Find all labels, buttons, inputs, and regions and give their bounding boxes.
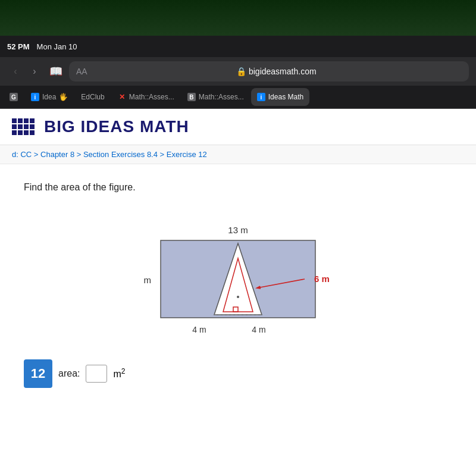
lock-icon: 🔒 [236, 67, 249, 76]
tab-g[interactable]: G [4, 88, 24, 106]
tab-edclub-label: EdClub [81, 93, 104, 101]
status-date: Mon Jan 10 [37, 42, 77, 51]
status-bar: 52 PM Mon Jan 10 [0, 36, 476, 57]
breadcrumb: d: CC > Chapter 8 > Section Exercises 8.… [0, 145, 476, 164]
address-aa-label: AA [76, 67, 87, 76]
tab-g-icon: G [10, 93, 18, 101]
site-title: BIG IDEAS MATH [44, 117, 189, 136]
svg-text:4 m: 4 m [192, 325, 206, 334]
tab-idea-label: Idea [42, 93, 56, 101]
tab-ideasmath-label: Ideas Math [268, 93, 303, 101]
svg-text:13 m: 13 m [228, 225, 248, 235]
forward-button[interactable]: › [26, 63, 43, 80]
site-header: BIG IDEAS MATH [0, 109, 476, 145]
geometry-figure: 13 m 6 m 8 m 4 m 4 m [143, 211, 333, 342]
tab-idea[interactable]: i Idea 🖐 [25, 88, 74, 106]
exercise-number: 12 [24, 359, 52, 388]
figure-container: 13 m 6 m 8 m 4 m 4 m [24, 211, 452, 342]
tab-math1-label: Math::Asses... [129, 93, 174, 101]
address-url: 🔒 bigideasmath.com [91, 67, 462, 76]
tab-ideasmath-icon: i [257, 93, 265, 101]
browser-toolbar: ‹ › 📖 AA 🔒 bigideasmath.com [0, 57, 476, 86]
answer-input[interactable] [86, 365, 107, 383]
answer-exponent: 2 [121, 367, 126, 375]
exercise-area: Find the area of the figure. [0, 164, 476, 406]
tab-idea-icon: i [31, 93, 39, 101]
answer-label: area: [58, 368, 80, 379]
svg-point-11 [237, 296, 239, 298]
tab-math-asses-1[interactable]: ✕ Math::Asses... [112, 88, 180, 106]
tab-math1-icon: ✕ [118, 93, 126, 101]
answer-area: 12 area: m2 [24, 359, 452, 388]
svg-text:6 m: 6 m [314, 274, 330, 284]
back-button[interactable]: ‹ [7, 63, 24, 80]
tab-ideas-math[interactable]: i Ideas Math [251, 88, 309, 106]
top-bezel [0, 0, 476, 36]
problem-text: Find the area of the figure. [24, 182, 452, 193]
svg-text:8 m: 8 m [143, 275, 151, 285]
tabs-bar: G i Idea 🖐 EdClub ✕ Math::Asses... B Mat… [0, 86, 476, 108]
tab-math-asses-2[interactable]: B Math::Asses... [181, 88, 250, 106]
tab-math2-label: Math::Asses... [199, 93, 244, 101]
grid-logo [12, 118, 35, 135]
page-content: BIG IDEAS MATH d: CC > Chapter 8 > Secti… [0, 109, 476, 476]
status-time: 52 PM [7, 42, 30, 51]
address-bar[interactable]: AA 🔒 bigideasmath.com [69, 61, 469, 82]
bookmarks-icon[interactable]: 📖 [48, 63, 64, 80]
nav-buttons: ‹ › [7, 63, 43, 80]
browser-chrome: ‹ › 📖 AA 🔒 bigideasmath.com G i Idea 🖐 E… [0, 57, 476, 109]
answer-unit: m2 [113, 367, 125, 380]
tab-idea-emoji: 🖐 [59, 93, 68, 101]
tab-edclub[interactable]: EdClub [75, 88, 110, 106]
svg-text:4 m: 4 m [252, 325, 265, 334]
tab-math2-icon: B [187, 93, 196, 101]
